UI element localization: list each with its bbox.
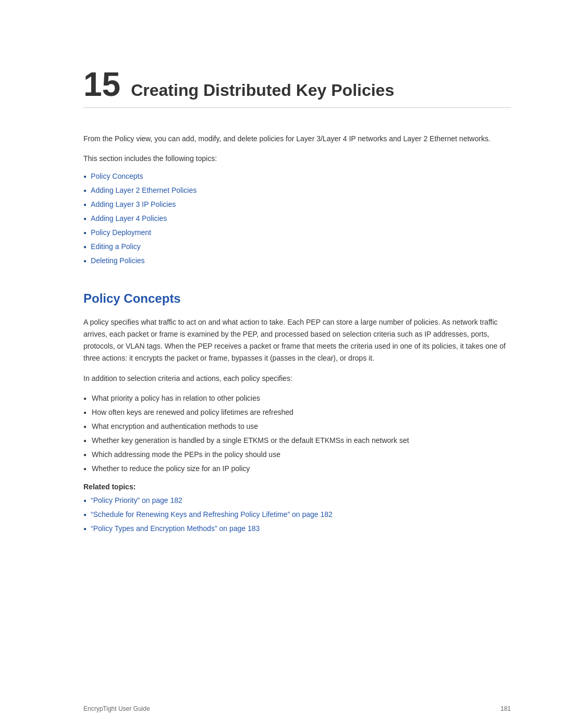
related-topic-0: “Policy Priority” on page 182: [83, 495, 511, 506]
specifies-item-1: How often keys are renewed and policy li…: [83, 407, 511, 418]
toc-item-5: Editing a Policy: [83, 241, 511, 252]
specifies-item-1-text: How often keys are renewed and policy li…: [92, 407, 293, 418]
related-topics-list: “Policy Priority” on page 182 “Schedule …: [83, 495, 511, 534]
specifies-item-0-text: What priority a policy has in relation t…: [92, 393, 260, 404]
specifies-item-3-text: Whether key generation is handled by a s…: [92, 435, 409, 446]
toc-item-2: Adding Layer 3 IP Policies: [83, 199, 511, 210]
specifies-item-5: Whether to reduce the policy size for an…: [83, 463, 511, 474]
related-topics-heading: Related topics:: [83, 483, 511, 491]
footer: EncrypTight User Guide 181: [83, 705, 511, 712]
toc-item-4: Policy Deployment: [83, 227, 511, 238]
content-area: 15 Creating Distributed Key Policies Fro…: [83, 0, 511, 534]
specifies-item-2-text: What encryption and authentication metho…: [92, 421, 258, 432]
specifies-item-2: What encryption and authentication metho…: [83, 421, 511, 432]
footer-right: 181: [500, 705, 511, 712]
specifies-item-4: Which addressing mode the PEPs in the po…: [83, 449, 511, 460]
toc-item-0: Policy Concepts: [83, 171, 511, 182]
page: 15 Creating Distributed Key Policies Fro…: [0, 0, 563, 728]
toc-item-3: Adding Layer 4 Policies: [83, 213, 511, 224]
toc-link-5[interactable]: Editing a Policy: [91, 241, 141, 252]
footer-left: EncrypTight User Guide: [83, 705, 150, 712]
toc-list: Policy Concepts Adding Layer 2 Ethernet …: [83, 171, 511, 266]
toc-item-6: Deleting Policies: [83, 255, 511, 266]
specifies-item-0: What priority a policy has in relation t…: [83, 393, 511, 404]
specifies-item-3: Whether key generation is handled by a s…: [83, 435, 511, 446]
toc-link-6[interactable]: Deleting Policies: [91, 255, 145, 266]
intro-paragraph-1: From the Policy view, you can add, modif…: [83, 133, 511, 144]
related-topic-link-1[interactable]: “Schedule for Renewing Keys and Refreshi…: [91, 509, 333, 520]
toc-link-4[interactable]: Policy Deployment: [91, 227, 151, 238]
policy-concepts-paragraph-2: In addition to selection criteria and ac…: [83, 373, 511, 385]
toc-link-1[interactable]: Adding Layer 2 Ethernet Policies: [91, 185, 197, 196]
related-topic-link-2[interactable]: “Policy Types and Encryption Methods” on…: [91, 523, 260, 534]
related-topic-link-0[interactable]: “Policy Priority” on page 182: [91, 495, 182, 506]
chapter-header: 15 Creating Distributed Key Policies: [83, 68, 511, 108]
related-topic-1: “Schedule for Renewing Keys and Refreshi…: [83, 509, 511, 520]
toc-link-0[interactable]: Policy Concepts: [91, 171, 143, 182]
specifies-list: What priority a policy has in relation t…: [83, 393, 511, 474]
policy-concepts-heading: Policy Concepts: [83, 291, 511, 306]
specifies-item-5-text: Whether to reduce the policy size for an…: [92, 463, 250, 474]
chapter-title: Creating Distributed Key Policies: [131, 81, 394, 100]
toc-link-3[interactable]: Adding Layer 4 Policies: [91, 213, 167, 224]
specifies-item-4-text: Which addressing mode the PEPs in the po…: [92, 449, 280, 460]
chapter-number: 15: [83, 68, 120, 101]
toc-link-2[interactable]: Adding Layer 3 IP Policies: [91, 199, 176, 210]
intro-paragraph-2: This section includes the following topi…: [83, 153, 511, 164]
related-topic-2: “Policy Types and Encryption Methods” on…: [83, 523, 511, 534]
policy-concepts-paragraph-1: A policy specifies what traffic to act o…: [83, 316, 511, 364]
toc-item-1: Adding Layer 2 Ethernet Policies: [83, 185, 511, 196]
